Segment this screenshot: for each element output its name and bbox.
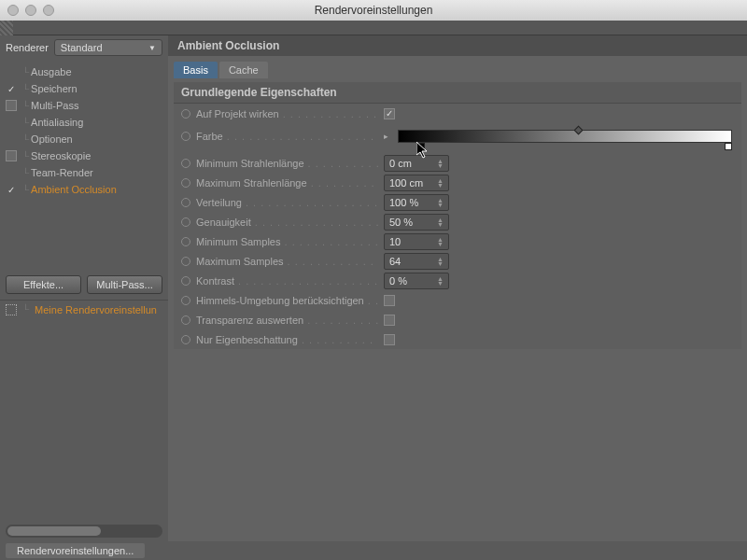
- radio-icon[interactable]: [181, 109, 190, 119]
- checkbox-checked-icon[interactable]: [6, 83, 17, 94]
- prop-kontrast: Kontrast 0 %▲▼: [174, 271, 741, 290]
- sidebar-item-antialiasing[interactable]: └Antialiasing: [0, 114, 168, 131]
- kontrast-input[interactable]: 0 %▲▼: [384, 273, 449, 289]
- prop-verteilung: Verteilung 100 %▲▼: [174, 192, 741, 212]
- prop-max-samples: Maximum Samples 64▲▼: [174, 251, 741, 271]
- tab-cache[interactable]: Cache: [219, 62, 268, 78]
- sidebar-item-ausgabe[interactable]: └Ausgabe: [0, 63, 168, 80]
- radio-icon[interactable]: [181, 178, 190, 188]
- effects-button[interactable]: Effekte...: [6, 275, 81, 294]
- my-render-settings[interactable]: └ Meine Rendervoreinstellun: [0, 300, 168, 319]
- prop-eigen: Nur Eigenbeschattung: [174, 329, 741, 349]
- radio-icon[interactable]: [181, 217, 190, 227]
- radio-icon[interactable]: [181, 198, 190, 207]
- content-title: Ambient Occlusion: [168, 35, 747, 56]
- radio-icon[interactable]: [181, 296, 190, 305]
- prop-himmels: Himmels-Umgebung berücksichtigen: [174, 290, 741, 310]
- toolbar-grip-icon[interactable]: [0, 21, 13, 35]
- renderer-value: Standard: [61, 42, 103, 53]
- prop-auf-projekt: Auf Projekt wirken: [174, 104, 741, 123]
- prop-genauigkeit: Genauigkeit 50 %▲▼: [174, 212, 741, 231]
- color-gradient[interactable]: [398, 130, 732, 143]
- prop-min-strahl: Minimum Strahlenlänge 0 cm▲▼: [174, 153, 741, 173]
- sidebar-item-stereoskopie[interactable]: └Stereoskopie: [0, 147, 168, 164]
- preset-icon: [6, 304, 17, 315]
- gradient-stop-white[interactable]: [725, 143, 732, 150]
- content-panel: Ambient Occlusion Basis Cache Grundlegen…: [168, 35, 747, 541]
- sidebar-item-optionen[interactable]: └Optionen: [0, 131, 168, 147]
- max-strahl-input[interactable]: 100 cm▲▼: [384, 175, 449, 191]
- radio-icon[interactable]: [181, 159, 190, 168]
- multipass-button[interactable]: Multi-Pass...: [87, 275, 162, 294]
- tabs: Basis Cache: [168, 56, 747, 78]
- expand-arrow-icon[interactable]: ▸: [384, 132, 388, 141]
- tab-basis[interactable]: Basis: [174, 62, 218, 78]
- min-strahl-input[interactable]: 0 cm▲▼: [384, 155, 449, 172]
- sidebar: Renderer Standard ▼ └Ausgabe └Speichern …: [0, 35, 168, 541]
- max-samples-input[interactable]: 64▲▼: [384, 253, 449, 270]
- checkbox-checked-icon[interactable]: [6, 184, 17, 195]
- footer-tab[interactable]: Rendervoreinstellungen...: [6, 543, 145, 558]
- sidebar-item-team-render[interactable]: └Team-Render: [0, 164, 168, 181]
- spinner-icon[interactable]: ▲▼: [437, 257, 444, 266]
- himmels-checkbox[interactable]: [384, 295, 395, 306]
- radio-icon[interactable]: [181, 315, 190, 325]
- gradient-knot-icon[interactable]: [573, 126, 583, 135]
- radio-icon[interactable]: [181, 132, 190, 141]
- group-header: Grundlegende Eigenschaften: [174, 82, 741, 104]
- spinner-icon[interactable]: ▲▼: [437, 276, 444, 286]
- radio-icon[interactable]: [181, 257, 190, 266]
- checkbox-unchecked-icon[interactable]: [6, 100, 17, 111]
- titlebar: Rendervoreinstellungen: [0, 0, 747, 21]
- prop-min-samples: Minimum Samples 10▲▼: [174, 231, 741, 251]
- horizontal-scrollbar[interactable]: [6, 525, 162, 538]
- sidebar-item-ambient-occlusion[interactable]: └Ambient Occlusion: [0, 181, 168, 198]
- footer: Rendervoreinstellungen...: [0, 541, 747, 560]
- spinner-icon[interactable]: ▲▼: [437, 178, 444, 188]
- prop-transparenz: Transparenz auswerten: [174, 310, 741, 329]
- properties-group: Grundlegende Eigenschaften Auf Projekt w…: [174, 82, 741, 349]
- renderer-dropdown[interactable]: Standard ▼: [54, 39, 162, 56]
- toolbar: [0, 21, 747, 35]
- genauigkeit-input[interactable]: 50 %▲▼: [384, 214, 449, 231]
- radio-icon[interactable]: [181, 335, 190, 344]
- eigen-checkbox[interactable]: [384, 334, 395, 345]
- radio-icon[interactable]: [181, 237, 190, 246]
- spinner-icon[interactable]: ▲▼: [437, 159, 444, 168]
- auf-projekt-checkbox[interactable]: [384, 108, 395, 119]
- settings-tree: └Ausgabe └Speichern └Multi-Pass └Antiali…: [0, 60, 168, 270]
- spinner-icon[interactable]: ▲▼: [437, 198, 444, 207]
- chevron-down-icon: ▼: [148, 44, 156, 52]
- renderer-label: Renderer: [6, 42, 49, 53]
- min-samples-input[interactable]: 10▲▼: [384, 233, 449, 250]
- spinner-icon[interactable]: ▲▼: [437, 217, 444, 227]
- prop-farbe: Farbe ▸: [174, 123, 741, 149]
- transparenz-checkbox[interactable]: [384, 315, 395, 326]
- sidebar-item-multipass[interactable]: └Multi-Pass: [0, 97, 168, 114]
- prop-max-strahl: Maximum Strahlenlänge 100 cm▲▼: [174, 173, 741, 192]
- scrollbar-thumb[interactable]: [7, 526, 101, 536]
- sidebar-item-speichern[interactable]: └Speichern: [0, 80, 168, 97]
- verteilung-input[interactable]: 100 %▲▼: [384, 194, 449, 211]
- gradient-stop-black[interactable]: [417, 143, 425, 150]
- spinner-icon[interactable]: ▲▼: [437, 237, 444, 246]
- radio-icon[interactable]: [181, 276, 190, 286]
- checkbox-unchecked-icon[interactable]: [6, 150, 17, 161]
- window-title: Rendervoreinstellungen: [0, 4, 747, 17]
